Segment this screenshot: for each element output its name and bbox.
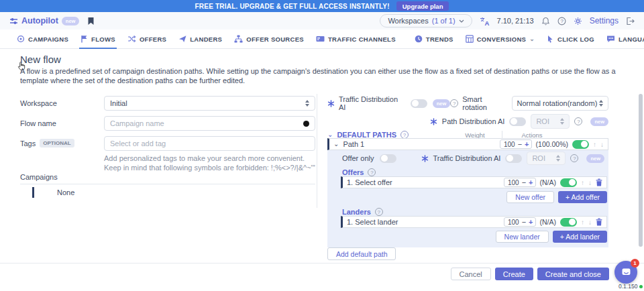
chat-widget-button[interactable]: 1	[614, 261, 637, 284]
nav-item-flows[interactable]: FLOWS	[74, 30, 121, 48]
weight-increase-button[interactable]: +	[525, 141, 529, 148]
arrow-down-icon[interactable]: ↓	[588, 179, 592, 186]
arrow-up-icon[interactable]: ↑	[581, 179, 584, 186]
select-stepper-icon	[305, 100, 309, 107]
path-enabled-toggle[interactable]	[572, 140, 589, 149]
logo-new-badge: new	[62, 17, 80, 25]
workspaces-selector[interactable]: Workspaces (1 of 1)	[380, 14, 472, 27]
weight-decrease-button[interactable]: −	[522, 179, 526, 186]
nav-item-conversions[interactable]: CONVERSIONS ⌄	[460, 30, 541, 48]
bell-icon[interactable]	[541, 17, 550, 25]
logout-icon[interactable]	[626, 17, 635, 25]
cancel-button[interactable]: Cancel	[451, 268, 491, 280]
offer-row[interactable]: 1. Select offer 100 − + (N/A) ↑ ↓	[341, 176, 607, 188]
arrow-up-icon[interactable]: ↑	[581, 219, 584, 226]
smart-rotation-select[interactable]: Normal rotation(random)	[512, 96, 609, 111]
add-offer-button[interactable]: + Add offer	[558, 191, 607, 203]
nav-item-campaigns[interactable]: CAMPAIGNS	[11, 30, 74, 48]
lander-row[interactable]: 1. Select lander 100 − + (N/A) ↑ ↓	[341, 216, 607, 228]
create-button[interactable]: Create	[495, 268, 533, 280]
lander-name[interactable]: 1. Select lander	[347, 218, 398, 226]
weight-increase-button[interactable]: +	[529, 179, 533, 186]
panel-divider	[317, 94, 317, 208]
path-name: Path 1	[343, 140, 364, 148]
arrow-down-icon[interactable]: ↓	[588, 219, 592, 226]
upgrade-plan-button[interactable]: Upgrade plan	[396, 1, 449, 11]
settings-link[interactable]: Settings	[590, 16, 619, 25]
offer-name[interactable]: 1. Select offer	[347, 178, 392, 186]
gear-icon[interactable]	[574, 17, 582, 25]
workspace-select[interactable]: Initial	[104, 96, 315, 111]
new-lander-button[interactable]: New lander	[496, 231, 549, 243]
chat-icon	[606, 35, 615, 43]
new-badge: new	[433, 99, 451, 108]
arrow-up-icon[interactable]: ↑	[593, 141, 596, 148]
lander-enabled-toggle[interactable]	[560, 218, 577, 227]
question-circle-icon[interactable]: ?	[574, 117, 582, 125]
page-title: New flow	[20, 54, 61, 65]
path-percent: (100.00%)	[536, 140, 568, 148]
offer-enabled-toggle[interactable]	[560, 178, 577, 187]
weight-increase-button[interactable]: +	[529, 219, 533, 225]
translate-icon[interactable]: A	[480, 17, 490, 25]
smart-rotation-label: Smart rotation	[462, 95, 507, 111]
cursor-icon	[547, 35, 554, 43]
weight-input[interactable]: 100 − +	[504, 178, 536, 187]
nav-item-click-log[interactable]: CLICK LOG	[541, 30, 600, 48]
scrollbar[interactable]	[639, 94, 643, 247]
question-circle-icon[interactable]: ?	[375, 208, 383, 216]
trash-icon[interactable]	[596, 178, 602, 186]
card-icon	[316, 35, 325, 43]
question-circle-icon[interactable]: ?	[570, 154, 578, 162]
chevron-down-icon[interactable]: ⌄	[333, 141, 339, 147]
color-dot[interactable]	[303, 121, 309, 127]
select-stepper-icon	[560, 118, 564, 125]
weight-input[interactable]: 100 − +	[500, 139, 532, 149]
notification-badge: 1	[631, 259, 639, 268]
question-circle-icon[interactable]: ?	[450, 99, 458, 107]
path-traffic-ai-row: Traffic Distribution AI ROI ? new	[421, 152, 604, 164]
chevron-down-icon[interactable]: ⌄	[327, 132, 333, 137]
traffic-ai-metric-select[interactable]: ROI	[527, 152, 566, 165]
nav-item-languages[interactable]: LANGUAGES	[600, 30, 644, 48]
path-ai-metric-select[interactable]: ROI	[531, 114, 570, 129]
nav-item-trends[interactable]: TRENDS	[409, 30, 460, 48]
traffic-ai-toggle[interactable]	[505, 154, 522, 163]
new-offer-button[interactable]: New offer	[506, 191, 554, 203]
traffic-distribution-row: Traffic Distribution AI new ? Smart rota…	[327, 96, 608, 111]
arrow-down-icon[interactable]: ↓	[600, 141, 604, 148]
app-logo[interactable]: Autopilot	[21, 16, 58, 25]
flow-name-input[interactable]: Campaign name	[104, 116, 315, 131]
offer-share: (N/A)	[540, 178, 557, 186]
trial-banner-text: FREE TRIAL. UPGRADE & GET FULL ACCESS IN…	[195, 3, 390, 10]
chat-bubble-icon	[621, 267, 632, 278]
select-stepper-icon	[556, 155, 560, 162]
weight-decrease-button[interactable]: −	[522, 219, 526, 225]
weight-input[interactable]: 100 − +	[504, 217, 536, 227]
bookmark-icon[interactable]	[87, 17, 95, 25]
traffic-ai-toggle[interactable]	[411, 99, 427, 108]
nav-item-landers[interactable]: LANDERS	[172, 30, 228, 48]
footer-divider	[0, 263, 644, 264]
nav-item-offer-sources[interactable]: OFFER SOURCES	[228, 30, 310, 48]
campaigns-none-row: None	[32, 187, 74, 198]
question-circle-icon[interactable]: ?	[368, 168, 376, 176]
weight-decrease-button[interactable]: −	[518, 141, 522, 148]
add-lander-button[interactable]: + Add lander	[553, 231, 607, 243]
nav-item-traffic-channels[interactable]: TRAFFIC CHANNELS	[310, 30, 402, 48]
tags-help-text: Add personalized tags to make your searc…	[104, 154, 319, 172]
path-ai-toggle[interactable]	[509, 117, 526, 126]
traffic-ai-label: Traffic Distribution AI	[339, 95, 405, 111]
ai-sparkle-icon	[430, 118, 437, 125]
trash-icon[interactable]	[596, 218, 602, 226]
offer-only-toggle[interactable]	[380, 154, 396, 163]
path-row[interactable]: ⌄ Path 1 100 − + (100.00%) ↑ ↓	[327, 138, 608, 150]
tags-input[interactable]: Select or add tag	[104, 136, 315, 151]
add-default-path-button[interactable]: Add default path	[327, 247, 396, 260]
offer-only-label: Offer only	[342, 154, 374, 162]
offers-buttons: New offer + Add offer	[506, 191, 607, 203]
help-icon[interactable]: ?	[557, 17, 566, 25]
create-and-close-button[interactable]: Create and close	[537, 268, 609, 280]
svg-text:?: ?	[560, 18, 564, 24]
nav-item-offers[interactable]: OFFERS	[121, 30, 172, 48]
